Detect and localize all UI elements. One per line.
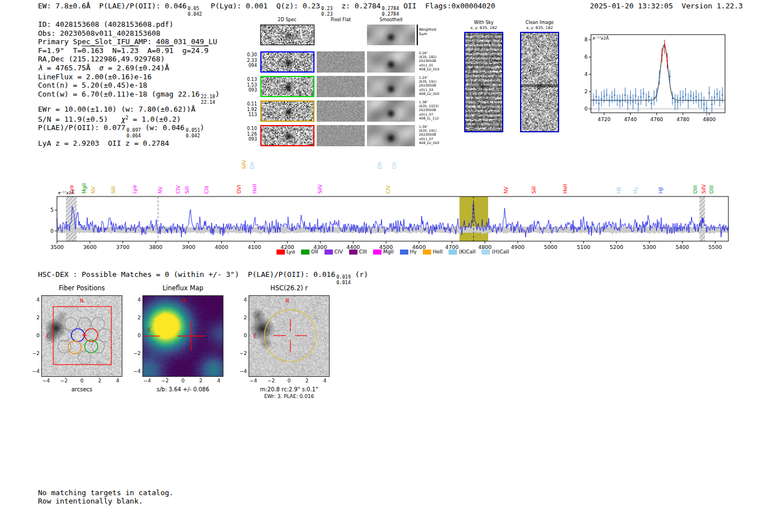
clean-image-coords: x, y: 635, 182 bbox=[512, 26, 568, 30]
data-point bbox=[598, 103, 600, 104]
scale-value: 0.30 bbox=[241, 52, 257, 58]
symbol: λ bbox=[38, 64, 42, 72]
emission-line-label: Hβ bbox=[658, 186, 664, 194]
y-tick-label: 6 bbox=[584, 54, 588, 60]
legend-label: Hγ bbox=[410, 249, 417, 255]
scale-value: 1.53 bbox=[241, 83, 257, 88]
compass-north-label: N bbox=[183, 298, 187, 304]
highlighted-fiber-circle bbox=[68, 341, 81, 353]
data-point bbox=[646, 99, 647, 101]
info-line: ID: 4028153608 (4028153608.pdf) bbox=[38, 20, 220, 29]
data-point bbox=[619, 100, 621, 102]
info-line: F=1.9" T=0.163 N=1.23 A=0.91 g=24.9 bbox=[38, 46, 220, 55]
data-point bbox=[651, 103, 652, 104]
annotation-line: 20230508 bbox=[419, 83, 439, 87]
cutout-y-tick-label: 4 bbox=[26, 297, 40, 303]
emission-line-label: NV bbox=[90, 186, 96, 194]
cutout-x-tick-label: 2 bbox=[301, 378, 314, 384]
x-tick-label: 4740 bbox=[624, 117, 637, 122]
emission-line-label: SiII bbox=[531, 186, 537, 194]
summary-header-line: EW: 7.8±0.6Å P(LAE)/P(OII): 0.0460.050.0… bbox=[38, 2, 495, 17]
legend-swatch bbox=[301, 250, 309, 255]
fiber-circle bbox=[98, 329, 111, 342]
column-header-pixel-flat: Pixel Flat bbox=[316, 17, 366, 22]
data-point bbox=[698, 99, 700, 101]
data-point bbox=[609, 100, 611, 102]
symbol: χ bbox=[121, 115, 126, 123]
uncertainty-stack: 0.050.042 bbox=[187, 6, 202, 17]
legend-item: (H)CaII bbox=[481, 249, 509, 255]
annotation-line: 20230508 bbox=[419, 59, 439, 63]
annotation-line: 0.26" bbox=[419, 51, 439, 55]
annotation-line: v011_03 bbox=[419, 88, 439, 92]
with-sky-title: With Sky bbox=[456, 20, 512, 25]
footer-line-1: No matching targets in catalog. bbox=[38, 488, 174, 497]
legend-swatch bbox=[449, 250, 457, 255]
emission-line-label: OII bbox=[377, 162, 383, 169]
plot-frame bbox=[57, 196, 728, 241]
cutout-x-tick-label: 0 bbox=[177, 378, 190, 384]
legend-label: CIII bbox=[359, 249, 367, 255]
pixel-flat-cutout bbox=[317, 76, 365, 97]
with-sky-coords: x, y: 635, 182 bbox=[456, 26, 512, 30]
text-segment: HSC-DEX : Possible Matches = 0 (within +… bbox=[38, 270, 335, 279]
annotation-line: (635, 191) bbox=[419, 128, 439, 132]
emission-line-label: SiIV bbox=[701, 184, 707, 194]
compass-east-label: E bbox=[147, 327, 151, 333]
compass-north-label: N bbox=[285, 298, 289, 304]
cutout-y-tick-label: −4 bbox=[127, 368, 141, 374]
emission-line-label: SiII bbox=[111, 186, 116, 194]
hsc-match-line: HSC-DEX : Possible Matches = 0 (within +… bbox=[38, 270, 368, 286]
uncertainty-stack: 22.1822.14 bbox=[200, 94, 216, 106]
text-segment: F=1.9" T= bbox=[38, 46, 82, 55]
smoothed-image bbox=[367, 100, 415, 122]
cutout-y-tick-label: 0 bbox=[127, 333, 141, 338]
fiber-circle bbox=[78, 318, 91, 330]
lineflux-map-title: Lineflux Map bbox=[143, 284, 223, 292]
data-point bbox=[690, 95, 692, 97]
emission-line-label: SiIV bbox=[317, 184, 323, 194]
cutout-y-tick-label: 0 bbox=[233, 333, 247, 338]
text-segment: ID: 4028153608 (4028153608.pdf) bbox=[38, 20, 174, 28]
scale-value: 113 bbox=[241, 112, 257, 118]
data-point bbox=[666, 60, 668, 62]
info-line: EWr = 10.00(±1.10) (w: 7.80(±0.62))Å bbox=[38, 105, 220, 114]
legend-item: CIII bbox=[349, 249, 367, 255]
info-line: Primary Spec_Slot_IFU_AMP: 408_031_049_L… bbox=[38, 37, 220, 46]
emission-line-label: CIV bbox=[175, 185, 181, 194]
annotation-line: 20230508 bbox=[419, 132, 439, 136]
annotation-line: 1.38" bbox=[419, 100, 439, 104]
row-annotation: 1.39"(635, 191)20230508v011_07408_LU_020 bbox=[419, 124, 439, 145]
target-cross-marker bbox=[82, 333, 87, 337]
data-point bbox=[632, 101, 634, 103]
smoothed-cutout bbox=[367, 25, 415, 45]
spec2d-image bbox=[261, 77, 313, 96]
annotation-line: (635, 1023) bbox=[419, 104, 439, 108]
column-header-smoothed: Smoothed bbox=[366, 17, 416, 22]
info-line: Cont(w) = 6.70(±0.11)e-18 (gmag 22.1622.… bbox=[38, 90, 220, 106]
emission-line-label: OII bbox=[250, 162, 255, 169]
annotation-line: 20230508 bbox=[419, 108, 439, 112]
cutout-x-tick-label: −2 bbox=[159, 378, 172, 384]
weighted-sum-line2: Sum bbox=[419, 32, 436, 37]
legend-swatch bbox=[325, 250, 333, 255]
scale-value: 2.33 bbox=[241, 58, 257, 64]
text-segment: LyA z = 2.9203 OII z = 0.2784 bbox=[38, 139, 169, 147]
legend-item: MgII bbox=[373, 249, 394, 255]
footer-line-2: Row intentionally blank. bbox=[38, 497, 143, 506]
scale-value: 094 bbox=[241, 63, 257, 69]
data-point bbox=[688, 100, 689, 102]
data-point bbox=[659, 77, 660, 79]
annotation-line: 1.24" bbox=[419, 75, 439, 79]
text-segment: g= bbox=[174, 46, 191, 55]
cutout-y-tick-label: 2 bbox=[127, 315, 141, 320]
neighbor-ellipse bbox=[266, 317, 285, 331]
info-line: λ = 4765.75Å σ = 2.69(±0.24)Å bbox=[38, 64, 220, 73]
fiber-positions-xlabel: arcsecs bbox=[42, 386, 122, 392]
cutout-y-tick-label: −4 bbox=[233, 368, 247, 374]
spec2d-cutout bbox=[260, 76, 314, 97]
data-point bbox=[606, 94, 608, 96]
x-tick-label: 4760 bbox=[650, 117, 663, 122]
row-scale-numbers: 0.131.53093 bbox=[241, 77, 257, 93]
with-sky-image-canvas bbox=[465, 33, 502, 131]
